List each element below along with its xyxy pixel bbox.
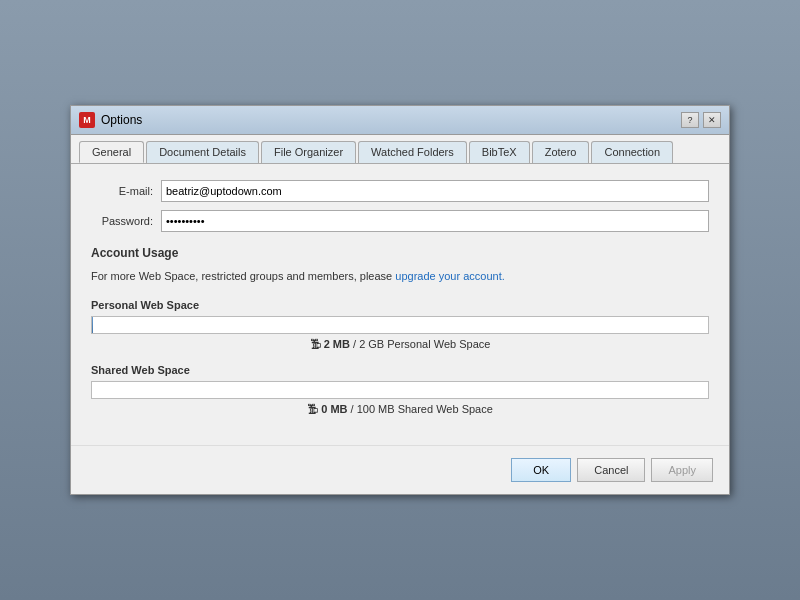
tab-bibtex[interactable]: BibTeX bbox=[469, 141, 530, 163]
upgrade-link[interactable]: upgrade your account. bbox=[395, 270, 504, 282]
email-row: E-mail: bbox=[91, 180, 709, 202]
shared-web-space-section: Shared Web Space 🗜 0 MB / 100 MB Shared … bbox=[91, 364, 709, 415]
email-label: E-mail: bbox=[91, 185, 161, 197]
tabs-bar: General Document Details File Organizer … bbox=[71, 135, 729, 164]
dialog-title: Options bbox=[101, 113, 142, 127]
tab-general[interactable]: General bbox=[79, 141, 144, 163]
dialog-footer: OK Cancel Apply bbox=[71, 445, 729, 494]
account-description: For more Web Space, restricted groups an… bbox=[91, 268, 709, 285]
ok-button[interactable]: OK bbox=[511, 458, 571, 482]
dialog-content: E-mail: Password: Account Usage For more… bbox=[71, 164, 729, 445]
app-icon: M bbox=[79, 112, 95, 128]
shared-web-space-info: 🗜 0 MB / 100 MB Shared Web Space bbox=[91, 403, 709, 415]
tab-watched-folders[interactable]: Watched Folders bbox=[358, 141, 467, 163]
personal-used: 2 MB bbox=[324, 338, 350, 350]
password-input[interactable] bbox=[161, 210, 709, 232]
shared-web-space-bar bbox=[91, 381, 709, 399]
password-label: Password: bbox=[91, 215, 161, 227]
password-row: Password: bbox=[91, 210, 709, 232]
options-dialog: M Options ? ✕ General Document Details F… bbox=[70, 105, 730, 495]
disk-icon-shared: 🗜 bbox=[307, 403, 318, 415]
title-bar-controls: ? ✕ bbox=[681, 112, 721, 128]
email-input[interactable] bbox=[161, 180, 709, 202]
personal-web-space-info: 🗜 2 MB / 2 GB Personal Web Space bbox=[91, 338, 709, 350]
tab-connection[interactable]: Connection bbox=[591, 141, 673, 163]
title-bar-left: M Options bbox=[79, 112, 142, 128]
tab-file-organizer[interactable]: File Organizer bbox=[261, 141, 356, 163]
account-usage-title: Account Usage bbox=[91, 246, 709, 260]
shared-total-text: 100 MB Shared Web Space bbox=[357, 403, 493, 415]
tab-zotero[interactable]: Zotero bbox=[532, 141, 590, 163]
help-button[interactable]: ? bbox=[681, 112, 699, 128]
personal-web-space-fill bbox=[92, 317, 93, 333]
personal-web-space-section: Personal Web Space 🗜 2 MB / 2 GB Persona… bbox=[91, 299, 709, 350]
cancel-button[interactable]: Cancel bbox=[577, 458, 645, 482]
apply-button[interactable]: Apply bbox=[651, 458, 713, 482]
title-bar: M Options ? ✕ bbox=[71, 106, 729, 135]
personal-total-text: 2 GB Personal Web Space bbox=[359, 338, 490, 350]
personal-web-space-label: Personal Web Space bbox=[91, 299, 709, 311]
personal-web-space-bar bbox=[91, 316, 709, 334]
shared-web-space-label: Shared Web Space bbox=[91, 364, 709, 376]
close-button[interactable]: ✕ bbox=[703, 112, 721, 128]
shared-used: 0 MB bbox=[321, 403, 347, 415]
tab-document-details[interactable]: Document Details bbox=[146, 141, 259, 163]
account-desc-text: For more Web Space, restricted groups an… bbox=[91, 270, 395, 282]
disk-icon-personal: 🗜 bbox=[310, 338, 321, 350]
